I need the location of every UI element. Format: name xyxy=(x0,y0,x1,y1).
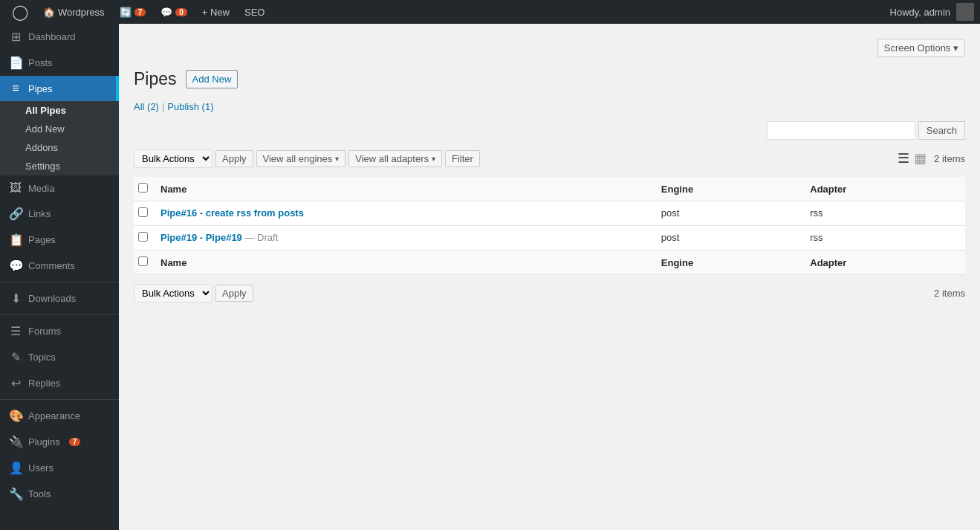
sidebar-item-label: Users xyxy=(28,462,53,474)
updates-icon: 🔄 xyxy=(120,7,132,18)
filter-button[interactable]: Filter xyxy=(445,150,480,167)
sidebar-item-replies[interactable]: ↩ Replies xyxy=(0,370,119,396)
submenu-all-pipes[interactable]: All Pipes xyxy=(0,101,119,120)
view-adapters-button[interactable]: View all adapters ▾ xyxy=(348,150,442,167)
submenu-settings[interactable]: Settings xyxy=(0,157,119,175)
sidebar-item-appearance[interactable]: 🎨 Appearance xyxy=(0,403,119,429)
search-input[interactable] xyxy=(767,121,915,140)
tablenav-bottom-right: 2 items xyxy=(934,288,965,299)
add-new-label: Add New xyxy=(25,123,65,135)
view-engines-button[interactable]: View all engines ▾ xyxy=(256,150,346,167)
row-2-adapter-cell: rss xyxy=(802,226,965,251)
select-all-foot-checkbox[interactable] xyxy=(138,256,148,266)
posts-icon: 📄 xyxy=(9,56,22,70)
updates-count: 7 xyxy=(134,8,146,16)
search-button[interactable]: Search xyxy=(918,121,965,140)
comments-icon: 💬 xyxy=(160,7,172,18)
select-all-column xyxy=(134,177,153,201)
home-icon: 🏠 xyxy=(43,7,55,18)
grid-view-icon[interactable]: ▦ xyxy=(912,149,928,168)
sidebar-item-links[interactable]: 🔗 Links xyxy=(0,201,119,227)
sidebar-item-forums[interactable]: ☰ Forums xyxy=(0,318,119,344)
sidebar-item-label: Pages xyxy=(28,234,56,245)
media-icon: 🖼 xyxy=(9,181,22,195)
sidebar-item-plugins[interactable]: 🔌 Plugins 7 xyxy=(0,429,119,455)
row-2-engine-cell: post xyxy=(654,226,802,251)
pipes-icon: ≡ xyxy=(9,82,22,95)
engine-column-header[interactable]: Engine xyxy=(654,177,802,201)
adapter-column-header[interactable]: Adapter xyxy=(802,177,965,201)
sidebar-item-comments[interactable]: 💬 Comments xyxy=(0,253,119,279)
sidebar-item-label: Tools xyxy=(28,488,51,500)
sidebar-item-media[interactable]: 🖼 Media xyxy=(0,175,119,201)
site-name-button[interactable]: 🏠 Wordpress xyxy=(37,0,111,24)
sidebar-item-dashboard[interactable]: ⊞ Dashboard xyxy=(0,24,119,50)
sidebar-item-label: Media xyxy=(28,183,54,194)
view-mode-icons: ☰ ▦ xyxy=(896,149,928,168)
new-content-button[interactable]: + New xyxy=(196,0,236,24)
row-2-title-link[interactable]: Pipe#19 - Pipe#19 xyxy=(160,232,242,243)
tablenav-top: Bulk Actions Apply View all engines ▾ Vi… xyxy=(134,146,965,171)
list-view-icon[interactable]: ☰ xyxy=(896,149,911,168)
engine-column-footer[interactable]: Engine xyxy=(654,251,802,275)
select-all-checkbox[interactable] xyxy=(138,183,148,193)
addons-label: Addons xyxy=(25,142,58,153)
screen-options-bar: Screen Options xyxy=(134,36,965,63)
apply-top-button[interactable]: Apply xyxy=(215,150,253,167)
row-1-title-link[interactable]: Pipe#16 - create rss from posts xyxy=(160,207,304,219)
topics-icon: ✎ xyxy=(9,350,22,364)
bulk-actions-top-select[interactable]: Bulk Actions xyxy=(134,149,212,168)
filter-links: All (2) | Publish (1) xyxy=(134,101,965,112)
table-row: Pipe#19 - Pipe#19 — Draft post rss xyxy=(134,226,965,251)
sidebar-item-label: Posts xyxy=(28,57,53,68)
bulk-actions-bottom-select[interactable]: Bulk Actions xyxy=(134,284,212,303)
submenu-add-new[interactable]: Add New xyxy=(0,120,119,138)
adapters-arrow-icon: ▾ xyxy=(432,155,435,163)
sidebar-item-label: Downloads xyxy=(28,293,76,304)
comments-menu-icon: 💬 xyxy=(9,259,22,273)
name-column-footer[interactable]: Name xyxy=(153,251,654,275)
row-1-adapter-cell: rss xyxy=(802,201,965,226)
sidebar-item-tools[interactable]: 🔧 Tools xyxy=(0,481,119,507)
screen-options-button[interactable]: Screen Options xyxy=(877,39,965,57)
row-2-name-cell: Pipe#19 - Pipe#19 — Draft xyxy=(153,226,654,251)
publish-filter-link[interactable]: Publish (1) xyxy=(167,101,213,112)
sidebar-item-label: Comments xyxy=(28,260,75,271)
comments-button[interactable]: 💬 0 xyxy=(155,0,193,24)
appearance-icon: 🎨 xyxy=(9,409,22,423)
row-2-draft-label: — Draft xyxy=(244,232,278,243)
name-column-header[interactable]: Name xyxy=(153,177,654,201)
wp-logo-icon: ◯ xyxy=(12,3,28,21)
row-2-checkbox-cell xyxy=(134,226,153,251)
tablenav-top-right: ☰ ▦ 2 items xyxy=(896,149,965,168)
wp-logo-button[interactable]: ◯ xyxy=(6,0,34,24)
downloads-icon: ⬇ xyxy=(9,291,22,306)
sidebar-item-label: Replies xyxy=(28,378,60,389)
add-new-button[interactable]: Add New xyxy=(186,70,238,88)
apply-bottom-button[interactable]: Apply xyxy=(215,285,253,302)
settings-label: Settings xyxy=(25,161,60,172)
all-pipes-label: All Pipes xyxy=(25,105,66,116)
row-1-checkbox[interactable] xyxy=(138,207,148,217)
row-2-checkbox[interactable] xyxy=(138,232,148,242)
pipes-table: Name Engine Adapter Pipe#16 - create rss… xyxy=(134,177,965,275)
replies-icon: ↩ xyxy=(9,376,22,390)
sidebar-item-label: Topics xyxy=(28,352,56,363)
plugins-icon: 🔌 xyxy=(9,435,22,449)
sidebar-item-downloads[interactable]: ⬇ Downloads xyxy=(0,285,119,311)
site-name: Wordpress xyxy=(58,7,105,18)
sidebar-item-posts[interactable]: 📄 Posts xyxy=(0,50,119,76)
sidebar-item-users[interactable]: 👤 Users xyxy=(0,455,119,481)
submenu-addons[interactable]: Addons xyxy=(0,138,119,157)
users-icon: 👤 xyxy=(9,461,22,475)
updates-button[interactable]: 🔄 7 xyxy=(114,0,152,24)
sidebar-item-label: Pipes xyxy=(28,83,53,94)
adapter-column-footer[interactable]: Adapter xyxy=(802,251,965,275)
sidebar-item-label: Forums xyxy=(28,326,61,337)
tools-icon: 🔧 xyxy=(9,487,22,501)
seo-button[interactable]: SEO xyxy=(238,0,270,24)
all-filter-link[interactable]: All (2) xyxy=(134,101,159,112)
sidebar-item-topics[interactable]: ✎ Topics xyxy=(0,344,119,370)
sidebar-item-pipes[interactable]: ≡ Pipes xyxy=(0,76,119,101)
sidebar-item-pages[interactable]: 📋 Pages xyxy=(0,227,119,253)
